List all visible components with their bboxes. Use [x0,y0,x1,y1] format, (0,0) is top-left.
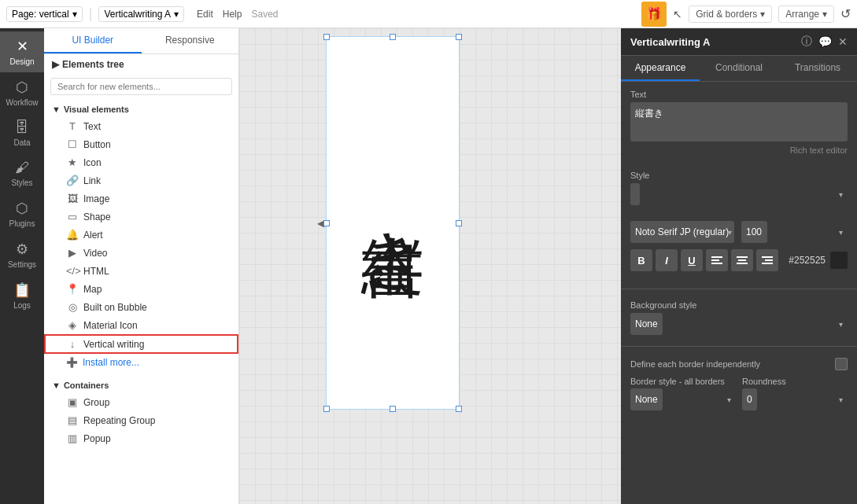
rp-define-border-checkbox[interactable] [835,358,848,370]
rp-info-button[interactable]: ⓘ [801,35,812,49]
vertical-writing-element[interactable]: ◀ 縦書き [326,36,460,410]
container-group[interactable]: ▣ Group [44,393,238,411]
help-menu[interactable]: Help [223,9,242,20]
container-popup[interactable]: ▥ Popup [44,429,238,447]
element-html[interactable]: </> HTML [44,262,238,280]
install-more-button[interactable]: ➕ Install more... [44,354,238,371]
rp-border-select[interactable]: None [630,388,663,410]
image-element-icon: 🖼 [66,193,79,204]
rp-style-select[interactable] [630,183,640,205]
page-chevron-icon: ▾ [72,9,77,20]
rp-rich-text-editor[interactable]: Rich text editor [630,145,848,155]
sidebar-item-workflow[interactable]: ⬡ Workflow [0,72,44,113]
underline-button[interactable]: U [681,249,703,271]
element-icon[interactable]: ★ Icon [44,153,238,171]
element-shape[interactable]: ▭ Shape [44,208,238,226]
rp-background-label: Background style [630,300,848,310]
topbar: Page: vertical ▾ | Verticalwriting A ▾ E… [0,0,857,28]
resize-handle-tc[interactable] [390,34,396,40]
element-text[interactable]: T Text [44,117,238,135]
page-selector[interactable]: Page: vertical ▾ [6,6,83,22]
sidebar-item-design[interactable]: ✕ Design [0,31,44,72]
element-vertical-writing[interactable]: ↓ Vertical writing [44,334,238,354]
rp-tab-conditional[interactable]: Conditional [700,56,778,81]
align-right-button[interactable] [756,249,778,271]
canvas[interactable]: ◀ 縦書き [239,28,621,504]
element-map[interactable]: 📍 Map [44,280,238,298]
rp-tab-appearance[interactable]: Appearance [621,56,700,81]
align-left-button[interactable] [706,249,728,271]
popup-label: Popup [83,433,111,444]
element-button[interactable]: ☐ Button [44,135,238,153]
group-icon: ▣ [66,396,79,408]
resize-handle-br[interactable] [456,406,462,412]
rp-border-section: Define each border independently Border … [621,350,857,423]
logs-label: Logs [13,301,31,310]
rp-style-select-wrap [630,183,848,205]
element-material-icon[interactable]: ◈ Material Icon [44,316,238,334]
element-video[interactable]: ▶ Video [44,244,238,262]
sidebar-item-settings[interactable]: ⚙ Settings [0,234,44,275]
sidebar-item-plugins[interactable]: ⬡ Plugins [0,193,44,234]
resize-handle-bc[interactable] [390,406,396,412]
rp-background-section: Background style None [621,292,857,343]
bold-button[interactable]: B [630,249,652,271]
rp-roundness-select[interactable]: 0 [742,388,757,410]
arrange-button[interactable]: Arrange ▾ [778,6,834,23]
button-element-label: Button [83,139,111,150]
cursor-button[interactable]: ↖ [673,8,682,20]
resize-handle-ml[interactable] [323,220,330,226]
plugins-label: Plugins [9,219,35,228]
rp-tab-transitions[interactable]: Transitions [778,56,857,81]
tab-responsive[interactable]: Responsive [142,28,239,53]
rp-roundness-select-wrap: 0 [742,388,848,410]
search-input[interactable] [50,78,232,95]
rp-divider-1 [621,289,857,289]
sidebar-item-logs[interactable]: 📋 Logs [0,275,44,316]
rp-font-select[interactable]: Noto Serif JP (regular) [630,221,734,243]
link-element-label: Link [83,175,101,186]
rp-text-section: Text 縦書き Rich text editor [621,82,857,163]
repeating-group-icon: ▤ [66,414,79,426]
rp-font-size-select[interactable]: 100 [741,221,767,243]
sidebar-item-data[interactable]: 🗄 Data [0,113,44,153]
rp-font-section: Noto Serif JP (regular) 100 B I U [621,213,857,285]
rp-size-select-wrap: 100 [741,221,848,243]
align-center-button[interactable] [731,249,753,271]
visual-elements-header[interactable]: ▼ Visual elements [44,101,238,117]
element-image[interactable]: 🖼 Image [44,189,238,208]
page-name-selector[interactable]: Verticalwriting A ▾ [98,6,184,22]
rp-text-input[interactable]: 縦書き [630,102,848,142]
tab-ui-builder[interactable]: UI Builder [44,28,142,53]
rp-title: Verticalwriting A [630,36,795,48]
resize-handle-bl[interactable] [323,406,330,412]
grid-borders-button[interactable]: Grid & borders ▾ [689,6,772,23]
element-link[interactable]: 🔗 Link [44,171,238,189]
rp-background-select[interactable]: None [630,313,663,335]
plus-icon: ➕ [66,357,78,368]
edit-menu[interactable]: Edit [197,9,213,20]
sidebar-item-styles[interactable]: 🖌 Styles [0,153,44,193]
material-element-label: Material Icon [83,320,138,331]
rp-chat-button[interactable]: 💬 [818,35,832,48]
alert-element-label: Alert [83,230,103,241]
containers-header[interactable]: ▼ Containers [44,377,238,393]
rp-close-button[interactable]: ✕ [838,35,848,48]
tree-chevron-icon: ▶ [52,59,59,70]
video-element-icon: ▶ [66,247,79,259]
text-element-label: Text [83,121,101,132]
elements-tree-header[interactable]: ▶ Elements tree [44,54,238,75]
container-repeating-group[interactable]: ▤ Repeating Group [44,411,238,429]
element-alert[interactable]: 🔔 Alert [44,226,238,244]
undo-button[interactable]: ↺ [840,6,851,21]
resize-handle-tr[interactable] [456,34,462,40]
gift-button[interactable]: 🎁 [641,2,667,27]
color-swatch[interactable] [830,252,848,269]
visual-elements-chevron-icon: ▼ [52,105,61,114]
workflow-label: Workflow [6,98,39,107]
italic-button[interactable]: I [656,249,678,271]
resize-handle-mr[interactable] [456,220,462,226]
map-element-label: Map [83,284,102,295]
element-built-on-bubble[interactable]: ◎ Built on Bubble [44,298,238,316]
resize-handle-tl[interactable] [323,34,330,40]
